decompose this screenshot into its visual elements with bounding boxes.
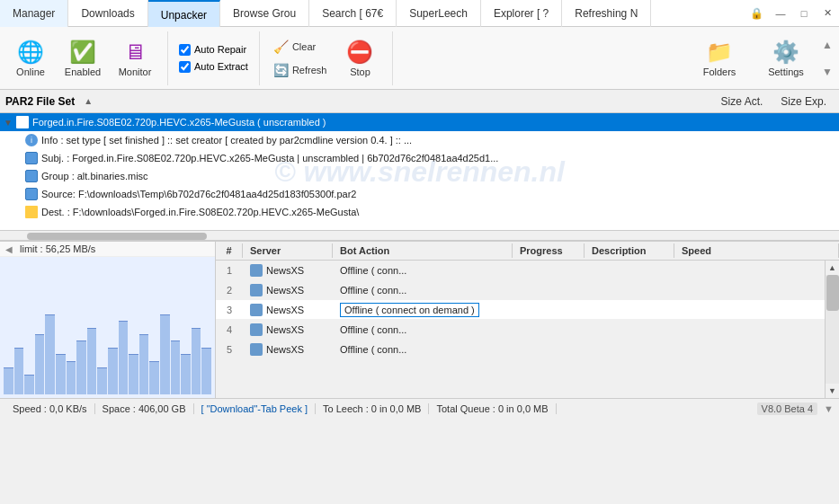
chart-bar [4,367,13,394]
sort-arrow: ▲ [84,96,93,106]
tab-downloads[interactable]: Downloads [68,0,147,27]
td-progress [513,349,585,350]
scroll-up-arrow[interactable]: ▲ [826,261,840,275]
tab-unpacker[interactable]: Unpacker [148,0,220,27]
fileset-header: PAR2 File Set ▲ Size Act. Size Exp. [0,90,839,113]
td-botaction: Offline ( conn... [333,264,513,277]
close-button[interactable]: ✕ [816,2,839,25]
td-speed [674,270,825,271]
par2-group-text: Group : alt.binaries.misc [41,171,148,181]
table-scroll[interactable]: 1 NewsXS Offline ( conn... 2 NewsXS [216,261,825,398]
chart-bar [181,354,191,394]
chart-bar [108,348,118,394]
scroll-track[interactable] [826,275,840,384]
chart-bar [45,314,55,394]
settings-button[interactable]: ⚙️ Settings [754,32,817,84]
expand-icon: ▼ [4,118,14,128]
td-progress [513,270,585,271]
list-item[interactable]: Source: F:\downloads\Temp\6b702d76c2f048… [0,185,839,203]
tab-search[interactable]: Search [ 67€ [309,0,397,27]
online-icon: 🌐 [17,40,44,65]
chart-bar [14,348,24,394]
maximize-button[interactable]: □ [792,2,816,25]
server-icon [250,323,263,336]
hscroll-thumb[interactable] [27,233,207,240]
par2-header-row[interactable]: ▼ Forged.in.Fire.S08E02.720p.HEVC.x265-M… [0,113,839,131]
tab-browse[interactable]: Browse Grou [220,0,309,27]
th-description: Description [585,243,674,258]
chart-bar [149,361,159,394]
list-item[interactable]: i Info : set type [ set finished ] :: se… [0,131,839,149]
folders-button[interactable]: 📁 Folders [688,32,751,84]
table-row[interactable]: 2 NewsXS Offline ( conn... [216,280,825,300]
scroll-thumb[interactable] [826,275,839,311]
chart-bar [67,361,76,394]
td-num: 4 [216,323,243,336]
server-icon [250,304,263,316]
fileset-title: PAR2 File Set [5,95,75,108]
toolbar: 🌐 Online ✅ Enabled 🖥 Monitor Auto Repair… [0,27,839,90]
speed-panel: ◀ limit : 56,25 MB/s [0,242,216,398]
chart-bar [76,340,86,394]
td-speed [674,289,825,291]
td-botaction: Offline ( conn... [333,284,513,296]
td-botaction: Offline ( connect on demand ) [333,302,513,318]
th-progress: Progress [513,243,585,258]
td-progress [513,329,585,331]
table-row[interactable]: 5 NewsXS Offline ( conn... [216,340,825,359]
table-row[interactable]: 1 NewsXS Offline ( conn... [216,261,825,280]
td-server: NewsXS [243,323,333,337]
size-exp-label: Size Exp. [781,95,826,108]
table-row[interactable]: 4 NewsXS Offline ( conn... [216,320,825,340]
auto-extract-checkbox[interactable]: Auto Extract [175,59,252,75]
hscroll[interactable] [0,230,839,241]
refresh-button[interactable]: 🔄 Refresh [267,59,334,81]
par2-list[interactable]: ▼ Forged.in.Fire.S08E02.720p.HEVC.x265-M… [0,113,839,230]
monitor-icon: 🖥 [124,40,146,65]
tab-manager[interactable]: Manager [0,0,68,27]
clear-label: Clear [292,41,316,52]
td-progress [513,289,585,291]
chart-bars [0,257,215,398]
status-total-queue: Total Queue : 0 in 0,0 MB [429,403,556,414]
monitor-button[interactable]: 🖥 Monitor [110,32,160,84]
enabled-button[interactable]: ✅ Enabled [58,32,108,84]
clear-button[interactable]: 🧹 Clear [267,36,334,57]
status-arrow-down[interactable]: ▼ [824,403,834,414]
info-icon: i [25,134,38,146]
th-botaction: Bot Action [333,243,513,258]
th-speed: Speed [674,243,839,258]
lock-icon: 🔒 [745,7,769,20]
table-row[interactable]: 3 NewsXS Offline ( connect on demand ) [216,300,825,320]
list-item[interactable]: Subj. : Forged.in.Fire.S08E02.720p.HEVC.… [0,149,839,167]
minimize-button[interactable]: — [769,2,792,25]
td-num: 2 [216,284,243,296]
clear-icon: 🧹 [273,40,289,54]
download-tab-peek[interactable]: [ "Download"-Tab Peek ] [194,403,316,414]
par2-dest-text: Dest. : F:\downloads\Forged.in.Fire.S08E… [41,207,359,217]
chart-bar [192,328,201,395]
version-badge: V8.0 Beta 4 [757,402,818,415]
folder-icon: 📁 [706,40,733,65]
auto-repair-checkbox[interactable]: Auto Repair [175,42,252,57]
group-icon [25,170,38,182]
list-item[interactable]: Group : alt.binaries.misc [0,167,839,185]
scroll-down-arrow[interactable]: ▼ [826,384,840,398]
tab-superleech[interactable]: SuperLeech [397,0,481,27]
td-progress [513,309,585,311]
toolbar-scroll-down[interactable]: ▼ [821,59,834,84]
context-menu-botaction[interactable]: Offline ( connect on demand ) [340,303,479,317]
online-button[interactable]: 🌐 Online [5,32,56,84]
td-num: 5 [216,343,243,356]
td-description [585,289,674,291]
chart-bar [24,375,34,394]
tab-explorer[interactable]: Explorer [ ? [481,0,562,27]
stop-button[interactable]: ⛔ Stop [335,32,385,84]
subj-icon [25,152,38,164]
table-scrollbar[interactable]: ▲ ▼ [825,261,839,398]
tab-refreshing[interactable]: Refreshing N [562,0,651,27]
chart-bar [160,314,170,394]
list-item[interactable]: Dest. : F:\downloads\Forged.in.Fire.S08E… [0,203,839,221]
server-icon [250,264,263,277]
toolbar-scroll-up[interactable]: ▲ [821,32,834,57]
